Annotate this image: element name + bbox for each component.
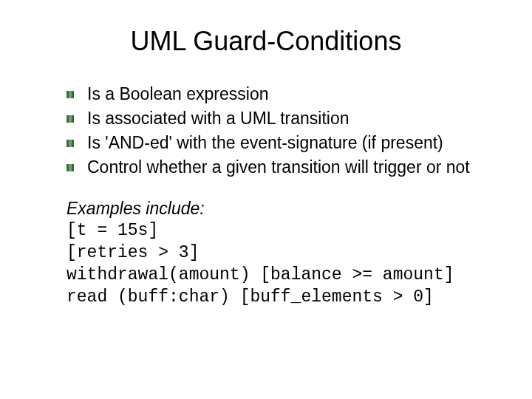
example-line: [t = 15s] [66, 220, 480, 242]
example-line: read (buff:char) [buff_elements > 0] [66, 287, 480, 309]
bullet-icon [66, 164, 74, 171]
list-item: Is a Boolean expression [66, 83, 480, 106]
list-item: Control whether a given transition will … [66, 156, 480, 179]
examples-section: Examples include: [t = 15s] [retries > 3… [66, 197, 480, 309]
bullet-text: Is associated with a UML transition [87, 109, 349, 128]
bullet-icon [66, 91, 74, 98]
bullet-text: Is a Boolean expression [87, 84, 269, 103]
list-item: Is associated with a UML transition [66, 107, 480, 130]
svg-rect-7 [69, 164, 72, 171]
bullet-list: Is a Boolean expression Is associated wi… [66, 83, 480, 179]
examples-heading: Examples include: [66, 197, 480, 220]
example-line: withdrawal(amount) [balance >= amount] [66, 265, 480, 287]
svg-rect-3 [69, 115, 72, 123]
svg-rect-5 [69, 140, 72, 147]
page-title: UML Guard-Conditions [37, 26, 495, 57]
bullet-text: Is 'AND-ed' with the event-signature (if… [87, 133, 443, 152]
example-line: [retries > 3] [66, 242, 480, 265]
svg-rect-1 [69, 91, 72, 98]
bullet-icon [66, 115, 74, 123]
bullet-icon [66, 140, 74, 147]
bullet-text: Control whether a given transition will … [87, 157, 470, 177]
list-item: Is 'AND-ed' with the event-signature (if… [66, 132, 480, 154]
